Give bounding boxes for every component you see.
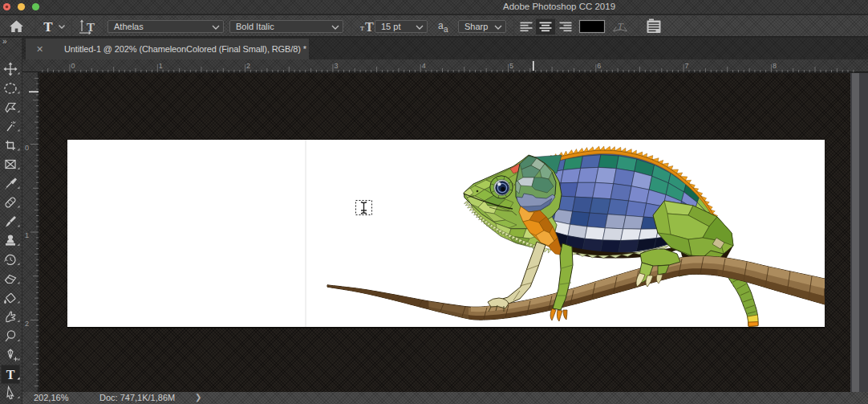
svg-text:1: 1 — [25, 231, 29, 239]
svg-text:5: 5 — [509, 62, 513, 70]
svg-text:2: 2 — [25, 320, 29, 328]
svg-text:6: 6 — [597, 62, 601, 70]
svg-text:2: 2 — [246, 62, 250, 70]
svg-text:7: 7 — [685, 62, 689, 70]
svg-text:3: 3 — [334, 62, 338, 70]
svg-text:8: 8 — [773, 62, 777, 70]
svg-text:0: 0 — [25, 144, 29, 152]
svg-text:0: 0 — [71, 62, 75, 70]
svg-text:4: 4 — [422, 62, 426, 70]
svg-text:1: 1 — [159, 62, 163, 70]
